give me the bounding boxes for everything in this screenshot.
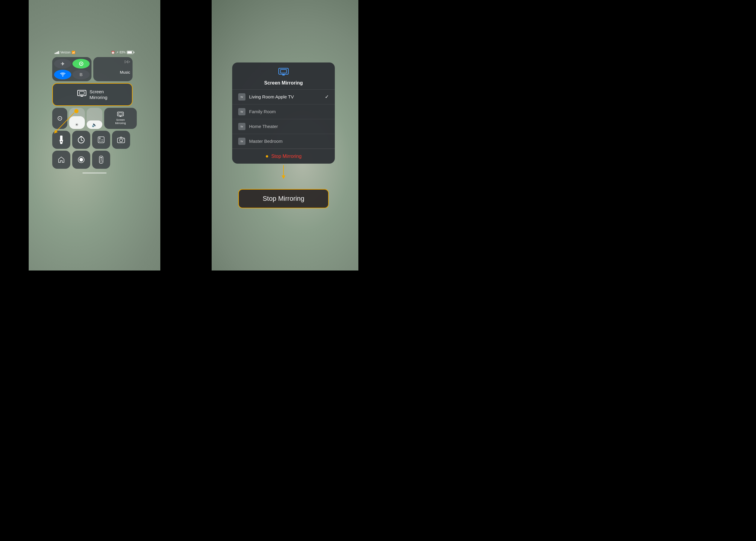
svg-point-23	[102, 141, 103, 142]
svg-rect-5	[81, 96, 83, 97]
svg-rect-4	[79, 92, 84, 95]
battery-icon	[127, 51, 134, 54]
master-bedroom-label: Master Bedroom	[249, 139, 329, 144]
svg-rect-30	[100, 157, 102, 158]
alarm-icon: ⏰	[111, 51, 115, 54]
screen-mirroring-button[interactable]: ScreenMirroring	[52, 83, 133, 106]
svg-point-21	[99, 141, 100, 142]
music-block[interactable]: ▷▷ Music	[93, 57, 133, 81]
svg-rect-6	[117, 112, 124, 116]
cc-row-2: ScreenMirroring	[52, 83, 137, 106]
status-right: ⏰ ↗ 83%	[111, 51, 134, 54]
screen-mirror-icon	[77, 90, 86, 99]
svg-point-18	[99, 140, 100, 140]
music-label: Music	[120, 70, 130, 75]
popup-device-list: tv Living Room Apple TV ✓ tv Family Room…	[232, 90, 335, 149]
brightness-icon: ☀	[75, 122, 79, 127]
right-panel: Screen Mirroring tv Living Room Apple TV…	[189, 0, 378, 270]
screen-mirroring-small-button[interactable]: ScreenMirroring	[104, 108, 137, 129]
airplay-icon: ▷▷	[125, 60, 130, 64]
appletv-icon-4: tv	[238, 138, 246, 145]
nav-icon: ↗	[116, 51, 118, 54]
svg-point-32	[100, 161, 101, 162]
bluetooth-button[interactable]: B	[72, 70, 90, 79]
popup-title: Screen Mirroring	[264, 80, 303, 86]
orientation-lock-button[interactable]: ⊙	[52, 108, 67, 129]
list-item-family-room[interactable]: tv Family Room	[232, 105, 335, 119]
svg-rect-3	[78, 90, 86, 96]
svg-point-19	[101, 140, 101, 140]
popup-screen-mirror-icon	[278, 68, 289, 79]
volume-slider[interactable]: 🔈	[87, 108, 102, 129]
svg-point-31	[101, 160, 102, 161]
svg-point-20	[102, 140, 103, 140]
signal-bars	[55, 51, 59, 54]
stop-mirroring-highlighted-label: Stop Mirroring	[263, 195, 304, 203]
cc-row-1: ✈	[52, 57, 137, 81]
svg-point-26	[123, 139, 124, 139]
battery-pct: 83%	[120, 51, 126, 54]
screen-mirroring-popup: Screen Mirroring tv Living Room Apple TV…	[232, 63, 335, 164]
screen-mirroring-label: ScreenMirroring	[89, 89, 107, 101]
list-item-living-room[interactable]: tv Living Room Apple TV ✓	[232, 90, 335, 105]
home-indicator	[82, 172, 107, 174]
appletv-icon-3: tv	[238, 123, 246, 130]
svg-rect-9	[60, 136, 63, 140]
sm-small-label: ScreenMirroring	[115, 118, 126, 125]
family-room-label: Family Room	[249, 109, 329, 114]
timer-button[interactable]	[72, 131, 90, 149]
wifi-button[interactable]	[54, 70, 71, 79]
left-panel: Verizon 📶 ⏰ ↗ 83% ✈	[0, 0, 189, 270]
svg-rect-40	[282, 74, 285, 76]
svg-line-14	[81, 140, 82, 141]
svg-point-1	[81, 63, 82, 64]
svg-rect-17	[99, 138, 101, 139]
svg-point-22	[101, 141, 101, 142]
appletv-icon-2: tv	[238, 108, 246, 115]
svg-point-33	[102, 161, 102, 162]
stop-mirroring-button[interactable]: ● Stop Mirroring	[238, 153, 329, 159]
connectivity-block: ✈	[52, 57, 92, 81]
stop-mirroring-section: ● Stop Mirroring	[232, 149, 335, 164]
svg-rect-39	[281, 69, 287, 73]
popup-header: Screen Mirroring	[232, 63, 335, 90]
volume-icon: 🔈	[92, 122, 97, 127]
svg-point-11	[61, 141, 62, 142]
left-black-bar	[0, 0, 29, 270]
phone-frame: Verizon 📶 ⏰ ↗ 83% ✈	[52, 51, 137, 220]
list-item-home-theater[interactable]: tv Home Theater	[232, 119, 335, 134]
control-center-grid: ✈	[52, 57, 137, 169]
brightness-slider[interactable]: ☀	[69, 108, 85, 129]
signal-bar-1	[55, 53, 56, 54]
camera-button[interactable]	[112, 131, 130, 149]
annotation-arrow-right	[232, 164, 335, 182]
svg-point-25	[120, 139, 123, 142]
svg-rect-8	[120, 116, 121, 117]
checkmark-icon: ✓	[325, 94, 329, 100]
stop-mirroring-inner-label: Stop Mirroring	[271, 154, 301, 159]
calculator-button[interactable]	[92, 131, 110, 149]
stop-mirroring-highlighted-button[interactable]: Stop Mirroring	[238, 189, 329, 208]
cellular-button[interactable]	[72, 59, 90, 69]
svg-rect-38	[279, 68, 288, 74]
carrier-label: Verizon	[60, 51, 70, 54]
airplane-mode-button[interactable]: ✈	[54, 59, 71, 69]
right-panel-black-right	[359, 0, 378, 270]
right-black-bar	[160, 0, 189, 270]
flashlight-button[interactable]	[52, 131, 70, 149]
svg-point-35	[101, 162, 101, 163]
svg-point-34	[101, 159, 101, 159]
stop-mirroring-dot: ●	[266, 153, 269, 159]
cc-row-5	[52, 151, 137, 169]
signal-bar-4	[58, 51, 59, 54]
signal-bar-2	[56, 52, 57, 54]
screen-record-button[interactable]	[72, 151, 90, 169]
list-item-master-bedroom[interactable]: tv Master Bedroom	[232, 134, 335, 149]
wifi-status-icon: 📶	[72, 51, 75, 54]
tv-remote-button[interactable]	[92, 151, 110, 169]
living-room-label: Living Room Apple TV	[249, 94, 321, 99]
right-content: Screen Mirroring tv Living Room Apple TV…	[232, 63, 335, 208]
svg-rect-7	[119, 113, 122, 115]
svg-point-28	[79, 158, 83, 162]
home-button[interactable]	[52, 151, 70, 169]
